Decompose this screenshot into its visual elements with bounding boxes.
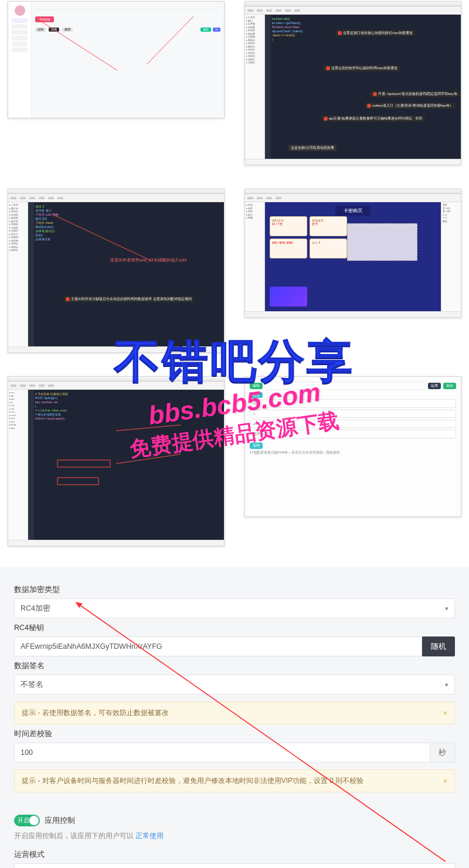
mode-select[interactable]: 免费模式 (14, 863, 455, 868)
promo-canvas[interactable]: 卡密购买 限时折扣¥1 / 7天 超值推荐月卡 ¥30 / 90天 ¥300 永… (265, 202, 441, 311)
file-tree[interactable]: ▸ 工具栏▸ 窗口▸ 设置窗 ▸ 按钮集▸ 标签框▸ 编辑集 ▸ 容器集▸ 网络… (245, 15, 265, 159)
timecheck-input[interactable]: 100 (14, 743, 430, 763)
annotation-lines (28, 390, 224, 540)
mode-label: 运营模式 (14, 850, 455, 860)
svg-line-4 (116, 454, 181, 464)
rc4-key-label: RC4秘钥 (14, 623, 455, 633)
promo-title: 卡密购买 (335, 206, 371, 216)
enc-type-label: 数据加密类型 (14, 585, 455, 595)
alert-sign: 提示 - 若使用数据签名，可有效防止数据被篡改 × (14, 702, 455, 724)
close-icon[interactable]: × (443, 777, 447, 785)
timecheck-unit: 秒 (430, 743, 455, 763)
annotation-line (28, 202, 224, 346)
app-control-title: 应用控制 (45, 815, 75, 826)
file-tree[interactable]: ▸ 工具栏▸ 窗口设▸ 按钮区 ▸ 标签框▸ 编辑框▸ 图片框 ▸ 透明框▸ 分… (8, 202, 28, 346)
app-control-toggle[interactable]: 开启 (14, 815, 40, 826)
svg-line-0 (52, 214, 151, 261)
thumb-ide-3[interactable]: ▸ src▸ lib▸ api ▸ ui▸ net▸ util ▸ res▸ c… (8, 376, 225, 546)
sign-label: 数据签名 (14, 661, 455, 671)
thumb-admin-panel[interactable]: 卡密列表 全部 启用 禁用 编辑 ••• (8, 1, 225, 118)
config-panel: 数据加密类型 RC4加密 RC4秘钥 AFEwrnip5iEaNhA6MJXGy… (0, 567, 469, 868)
sign-select[interactable]: 不签名 (14, 675, 455, 695)
timecheck-label: 时间差校验 (14, 729, 455, 739)
code-editor[interactable]: function init(){ let token = getToken();… (265, 15, 461, 159)
thumb-ide-1[interactable]: ▸ 工具栏▸ 窗口▸ 设置窗 ▸ 按钮集▸ 标签框▸ 编辑集 ▸ 容器集▸ 网络… (244, 1, 461, 165)
edit-button[interactable]: ••• (213, 28, 220, 32)
thumb-light-form[interactable]: 编辑 应用 保存 配置 无 2 20 预售商品号 说明 打包配置设置功能PHP等… (244, 376, 461, 517)
file-tree[interactable]: ▸ src▸ lib▸ api ▸ ui▸ net▸ util ▸ res▸ c… (8, 390, 28, 540)
random-button[interactable]: 随机 (422, 636, 455, 656)
thumb-promo-ui[interactable]: ▸ 页面▸ 组件▸ 按钮 ▸ 图片▸ 弹窗 卡密购买 限时折扣¥1 / 7天 超… (244, 189, 461, 318)
close-icon[interactable]: × (443, 709, 447, 717)
svg-rect-2 (57, 478, 98, 485)
thumb-ide-2[interactable]: ▸ 工具栏▸ 窗口设▸ 按钮区 ▸ 标签框▸ 编辑框▸ 图片框 ▸ 透明框▸ 分… (8, 189, 225, 353)
drop-area[interactable] (347, 223, 417, 261)
badge-app[interactable]: 应用 (428, 383, 441, 389)
btn-primary[interactable]: 卡密列表 (35, 16, 54, 22)
alert-timecheck: 提示 - 对客户设备时间与服务器时间进行时差校验，避免用户修改本地时间非法使用V… (14, 770, 455, 792)
app-control-hint: 开启应用控制后，该应用下的用户可以 正常使用 (14, 832, 455, 840)
rc4-key-input[interactable]: AFEwrnip5iEaNhA6MJXGyTDWHnXrAYFG (14, 636, 422, 656)
enc-type-select[interactable]: RC4加密 (14, 598, 455, 618)
admin-content: 卡密列表 全部 启用 禁用 编辑 ••• (32, 2, 224, 118)
badge-save[interactable]: 保存 (443, 383, 456, 389)
cta-button[interactable] (270, 287, 307, 307)
code-editor[interactable]: // 卡密登录/注册核心流程 POST /api/login { key, ma… (28, 390, 224, 540)
code-editor[interactable]: .版本 2.程序集 窗口.子程序 sold, 整数 返回 (23).子程序 ch… (28, 202, 224, 346)
file-tree[interactable]: ▸ 页面▸ 组件▸ 按钮 ▸ 图片▸ 弹窗 (245, 202, 265, 311)
avatar (15, 5, 25, 16)
admin-sidebar (8, 2, 32, 118)
prop-panel[interactable]: 属性宽: 320高: 180 X: 0Y: 0颜色 (441, 202, 461, 311)
screenshot-gallery: 卡密列表 全部 启用 禁用 编辑 ••• ▸ 工具栏▸ 窗口▸ 设置窗 (0, 1, 469, 546)
badge-edit[interactable]: 编辑 (250, 383, 263, 389)
normal-use-link[interactable]: 正常使用 (135, 832, 164, 839)
svg-line-3 (116, 425, 181, 431)
svg-rect-1 (57, 460, 110, 467)
